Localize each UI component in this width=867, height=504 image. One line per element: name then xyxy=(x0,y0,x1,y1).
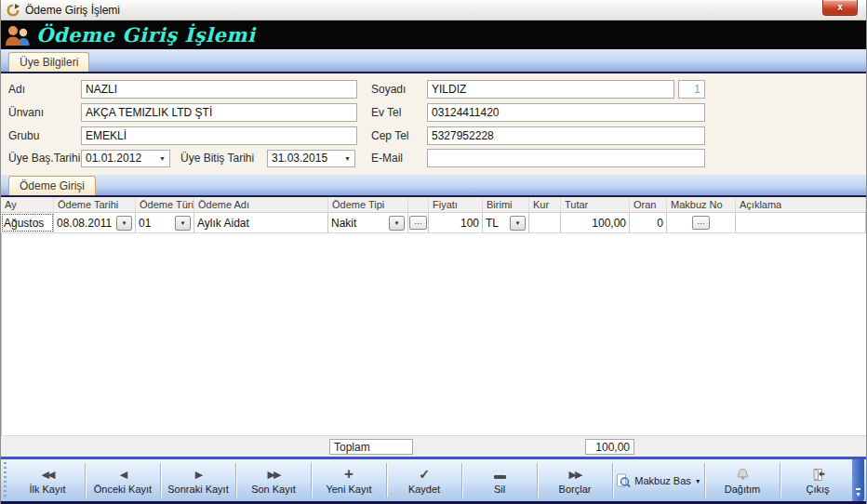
odeme-tipi-value: Nakit xyxy=(331,217,387,230)
column-header-odeme-turu[interactable]: Ödeme Türü xyxy=(136,197,194,212)
close-button[interactable]: x xyxy=(822,0,858,16)
chevron-down-icon: ▼ xyxy=(695,478,701,484)
chevron-down-icon: ▼ xyxy=(180,220,186,226)
first-record-button[interactable]: ◀◀ İlk Kayıt xyxy=(10,459,85,501)
cell-kur[interactable] xyxy=(529,213,561,232)
chevron-down-icon: ▼ xyxy=(122,220,127,226)
chevron-down-icon: ▼ xyxy=(394,220,400,226)
cell-tutar[interactable]: 100,00 xyxy=(561,213,630,232)
save-button[interactable]: ✓ Kaydet xyxy=(387,459,461,501)
chevron-down-icon: ▼ xyxy=(344,155,351,162)
cell-odeme-tarihi[interactable]: 08.08.2011 ▼ xyxy=(54,213,136,232)
odeme-adi-value: Aylık Aidat xyxy=(197,217,325,230)
odeme-tipi-dropdown-button[interactable]: ▼ xyxy=(389,216,405,231)
title-bar: Ödeme Giriş İşlemi x xyxy=(1,0,866,20)
makbuz-no-ellipsis-button[interactable]: … xyxy=(692,216,710,230)
button-label: Çıkış xyxy=(806,484,829,495)
cep-tel-label: Cep Tel xyxy=(371,129,427,142)
column-header-oran[interactable]: Oran xyxy=(630,197,667,212)
email-field[interactable] xyxy=(427,149,705,167)
button-label: Borçlar xyxy=(559,484,592,495)
cep-tel-field[interactable] xyxy=(427,126,705,145)
next-record-icon: ▶ xyxy=(195,467,201,483)
odeme-turu-dropdown-button[interactable]: ▼ xyxy=(175,216,191,231)
payment-entry-window: Ödeme Giriş İşlemi x Ödeme Giriş İşlemi … xyxy=(0,0,867,504)
button-label: Sil xyxy=(494,484,505,495)
column-header-fiyati[interactable]: Fiyatı xyxy=(429,197,483,212)
save-check-icon: ✓ xyxy=(419,467,430,483)
cell-oran[interactable]: 0 xyxy=(630,213,667,232)
tab-uye-bilgileri[interactable]: Üye Bilgileri xyxy=(8,52,89,72)
next-record-button[interactable]: ▶ Sonraki Kayıt xyxy=(161,459,235,501)
debts-button[interactable]: ▶▶ Borçlar xyxy=(538,459,612,501)
cell-ay[interactable]: Ağustos xyxy=(1,213,54,232)
cell-aciklama[interactable] xyxy=(736,213,866,232)
column-header-kur[interactable]: Kur xyxy=(529,197,561,212)
delete-button[interactable]: Sil xyxy=(462,459,537,501)
unvani-field[interactable] xyxy=(81,103,357,122)
cell-odeme-turu[interactable]: 01 ▼ xyxy=(136,213,194,232)
print-receipt-button[interactable]: Makbuz Bas ▼ xyxy=(613,459,704,501)
totals-strip: Toplam 100,00 xyxy=(1,435,866,457)
member-no-field[interactable] xyxy=(678,80,705,99)
payment-grid-header: Ay Ödeme Tarihi Ödeme Türü Ödeme Adı Öde… xyxy=(1,197,866,213)
first-record-icon: ◀◀ xyxy=(42,467,54,483)
column-header-birimi[interactable]: Birimi xyxy=(483,197,529,212)
column-header-tutar[interactable]: Tutar xyxy=(561,197,630,212)
cell-fiyati[interactable]: 100 xyxy=(429,213,483,232)
odeme-tarihi-dropdown-button[interactable]: ▼ xyxy=(116,216,132,231)
grubu-field[interactable] xyxy=(81,126,357,145)
uye-bas-tarihi-label: Üye Baş.Tarihi xyxy=(8,152,81,165)
members-people-icon xyxy=(5,24,33,46)
cell-birimi[interactable]: TL ▼ xyxy=(483,213,529,232)
soyadi-field[interactable] xyxy=(427,80,674,99)
unvani-label: Ünvanı xyxy=(8,106,81,119)
toolbar-grip-handle[interactable] xyxy=(3,462,10,498)
odeme-turu-value: 01 xyxy=(139,217,173,230)
ev-tel-label: Ev Tel xyxy=(371,106,427,119)
button-label: Dağıtım xyxy=(725,484,761,495)
uye-bitis-tarihi-combo[interactable]: 31.03.2015 ▼ xyxy=(267,150,355,167)
column-header-aciklama[interactable]: Açıklama xyxy=(736,197,866,212)
odeme-tarihi-value: 08.08.2011 xyxy=(57,217,114,230)
uye-bas-tarihi-combo[interactable]: 01.01.2012 ▼ xyxy=(81,150,170,167)
column-header-odeme-tipi[interactable]: Ödeme Tipi xyxy=(328,197,408,212)
cell-makbuz-no[interactable]: … xyxy=(667,213,736,232)
button-label: Kaydet xyxy=(408,484,440,495)
distribution-button[interactable]: Dağıtım xyxy=(705,459,780,501)
chevron-down-icon: ▼ xyxy=(515,220,521,226)
ev-tel-field[interactable] xyxy=(427,103,705,122)
payment-tabstrip: Ödeme Girişi xyxy=(1,175,866,197)
new-record-button[interactable]: + Yeni Kayıt xyxy=(312,459,386,501)
column-header-makbuz-no[interactable]: Makbuz No xyxy=(667,197,736,212)
member-form: Adı Soyadı Ünvanı Ev Tel Grubu Cep Tel Ü… xyxy=(1,73,866,175)
uye-bitis-tarihi-label: Üye Bitiş Tarihi xyxy=(180,152,264,165)
button-label: Yeni Kayıt xyxy=(326,484,371,495)
odeme-tipi-ellipsis-button[interactable]: … xyxy=(409,216,427,230)
member-tabstrip: Üye Bilgileri xyxy=(1,49,866,73)
column-header-ay[interactable]: Ay xyxy=(1,197,54,212)
last-record-button[interactable]: ▶▶ Son Kayıt xyxy=(236,459,311,501)
exit-button[interactable]: Çıkış xyxy=(780,459,855,501)
tab-odeme-girisi[interactable]: Ödeme Girişi xyxy=(8,176,96,195)
soyadi-label: Soyadı xyxy=(371,83,427,96)
grid-empty-area[interactable] xyxy=(1,233,866,435)
uye-bas-tarihi-value: 01.01.2012 xyxy=(86,152,141,165)
window-refresh-icon xyxy=(7,4,20,17)
delete-minus-icon xyxy=(494,467,506,483)
toolbar-overflow-strip: ▾ xyxy=(852,459,864,501)
column-header-odeme-tarihi[interactable]: Ödeme Tarihi xyxy=(54,197,136,212)
adi-field[interactable] xyxy=(81,80,357,99)
window-title: Ödeme Giriş İşlemi xyxy=(25,4,120,17)
cell-odeme-adi[interactable]: Aylık Aidat xyxy=(194,213,328,232)
cell-odeme-tipi[interactable]: Nakit ▼ xyxy=(328,213,408,232)
payment-row: Ağustos 08.08.2011 ▼ 01 ▼ Aylık Aidat Na… xyxy=(1,213,866,233)
birimi-dropdown-button[interactable]: ▼ xyxy=(510,216,526,231)
previous-record-icon: ◀ xyxy=(120,467,126,483)
previous-record-button[interactable]: ◀ Önceki Kayıt xyxy=(86,459,160,501)
column-header-odeme-adi[interactable]: Ödeme Adı xyxy=(194,197,328,212)
toolbar-overflow-icon[interactable]: ▾ xyxy=(856,488,860,498)
button-label: Önceki Kayıt xyxy=(94,484,152,495)
grubu-label: Grubu xyxy=(8,129,81,142)
distribution-bell-icon xyxy=(736,467,750,483)
